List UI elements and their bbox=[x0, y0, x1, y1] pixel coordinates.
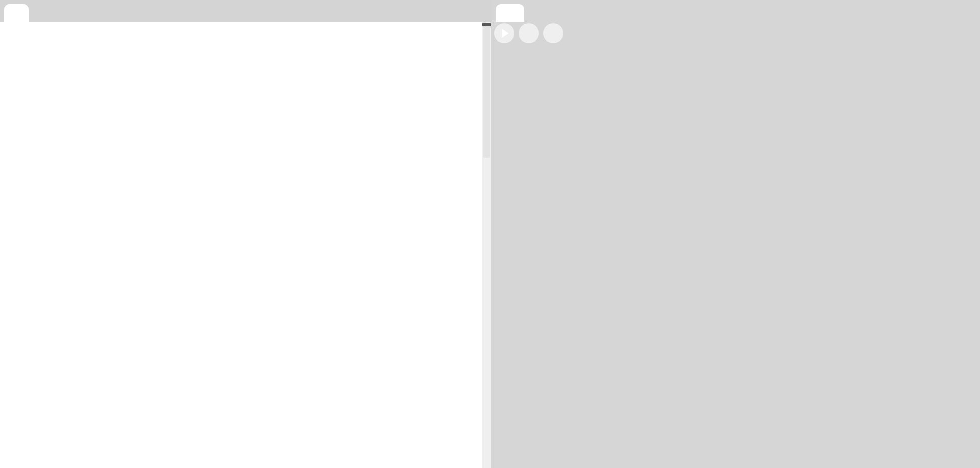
editor-pane bbox=[0, 0, 491, 468]
simulation-controls bbox=[494, 23, 564, 43]
tab-simulation[interactable] bbox=[496, 4, 524, 22]
tab-library-manager[interactable] bbox=[62, 4, 81, 22]
editor-scrollbar[interactable] bbox=[482, 22, 491, 468]
tab-pitches-h[interactable] bbox=[40, 4, 51, 22]
tab-description[interactable] bbox=[524, 4, 542, 22]
code-area[interactable] bbox=[0, 25, 482, 468]
circuit-canvas bbox=[491, 0, 980, 468]
add-part-button[interactable] bbox=[519, 23, 539, 43]
overview-cursor-marker bbox=[482, 23, 491, 26]
tab-readme-md[interactable] bbox=[29, 4, 40, 22]
editor-tab-bar bbox=[0, 0, 491, 22]
tab-simon-with-score-ino[interactable] bbox=[4, 4, 29, 22]
code-editor[interactable] bbox=[0, 22, 491, 468]
play-button[interactable] bbox=[494, 23, 514, 43]
scrollbar-thumb[interactable] bbox=[483, 25, 490, 158]
play-icon bbox=[502, 29, 509, 38]
kebab-menu-button[interactable] bbox=[543, 23, 564, 43]
tab-diagram-json[interactable] bbox=[51, 4, 62, 22]
simulation-tab-bar bbox=[491, 0, 980, 22]
simulation-pane bbox=[491, 0, 980, 468]
